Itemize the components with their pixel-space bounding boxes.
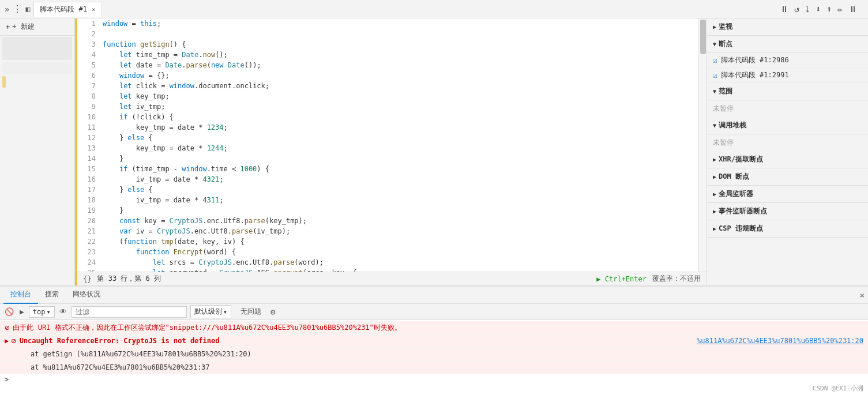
line-number-6: 6 [77,70,100,81]
clear-console-icon[interactable]: 🚫 [3,306,15,317]
code-line-11: 11 key_tmp = date * 1234; [77,122,698,133]
line-number-8: 8 [77,91,100,101]
breakpoint-checkbox-1[interactable]: ☑ [713,71,717,80]
section-3[interactable]: ▶ 事件监听器断点 [707,203,868,220]
expand-panels-icon[interactable]: » [5,5,9,14]
section-callstack[interactable]: ▼ 调用堆栈 [707,117,868,134]
line-number-22: 22 [77,236,100,247]
step-out-icon[interactable]: ⬆ [825,3,833,16]
deactivate-breakpoints-icon[interactable]: ⏸ [847,3,859,16]
pause-icon[interactable]: ⏸ [778,3,790,16]
collapse-icon[interactable]: ◧ [25,5,30,13]
tab-network[interactable]: 网络状况 [66,286,107,304]
more-options-icon[interactable]: ⋮ [13,3,22,14]
snippet-item-blurred-1[interactable] [2,37,72,60]
run-button[interactable]: ▶ Ctrl+Enter [596,275,647,283]
context-selector[interactable]: top ▾ [29,306,55,318]
watch-label: 监视 [719,22,732,32]
section-1[interactable]: ▶ DOM 断点 [707,168,868,186]
prompt-chevron: > [5,375,9,383]
line-number-5: 5 [77,60,100,70]
line-content-7: let click = window.document.onclick; [100,81,698,91]
section-breakpoints[interactable]: ▼ 断点 [707,36,868,53]
tab-console[interactable]: 控制台 [3,286,38,304]
watch-arrow-icon: ▶ [713,24,716,30]
line-number-10: 10 [77,112,100,122]
console-error-detail-1: at getSign (%u811A%u672C%u4EE3%u7801%u6B… [0,348,868,361]
console-error-1: ⊘ 由于此 URI 格式不正确，因此在工作区尝试绑定"snippet:///%u… [0,321,868,334]
format-icon[interactable]: {} [83,275,91,283]
section-scope[interactable]: ▼ 范围 [707,83,868,100]
log-level-selector[interactable]: 默认级别 ▾ [190,305,231,318]
line-number-18: 18 [77,195,100,205]
tab-snippet-1[interactable]: 脚本代码段 #1 × [33,2,102,17]
code-vscrollbar[interactable] [698,18,707,272]
breakpoint-item-1[interactable]: ☑ 脚本代码段 #1:2991 [707,68,868,83]
step-over-icon[interactable]: ⤵ [803,3,811,16]
section-0[interactable]: ▶ XHR/提取断点 [707,151,868,168]
section-watch[interactable]: ▶ 监视 [707,18,868,36]
code-line-6: 6 window = {}; [77,70,698,81]
breakpoints-active-icon[interactable]: ✏ [836,3,844,16]
section-arrow-icon-2: ▶ [713,191,716,197]
console-error-2: ▶ ⊘ Uncaught ReferenceError: CryptoJS is… [0,334,868,348]
section-arrow-icon-0: ▶ [713,156,716,163]
new-snippet-button[interactable]: + + 新建 [0,18,74,36]
tab-search[interactable]: 搜索 [38,286,66,304]
code-line-22: 22 (function tmp(date, key, iv) { [77,236,698,247]
bottom-panel: 控制台 搜索 网络状况 × 🚫 ▶ top ▾ 👁 默认级别 ▾ 无问题 ⚙ ⊘… [0,285,868,395]
console-output: ⊘ 由于此 URI 格式不正确，因此在工作区尝试绑定"snippet:///%u… [0,320,868,395]
error-text-2: Uncaught ReferenceError: CryptoJS is not… [20,336,220,346]
line-number-17: 17 [77,185,100,195]
breakpoint-item-0[interactable]: ☑ 脚本代码段 #1:2986 [707,53,868,68]
cursor-position: 第 33 行，第 6 列 [97,274,161,284]
callstack-arrow-icon: ▼ [713,122,716,129]
line-content-11: key_tmp = date * 1234; [100,122,698,133]
show-live-expression-icon[interactable]: 👁 [58,306,68,317]
console-filter-input[interactable] [72,306,187,318]
error-text-1: 由于此 URI 格式不正确，因此在工作区尝试绑定"snippet:///%u81… [13,322,401,333]
tab-close-icon[interactable]: × [92,6,96,13]
line-number-25: 25 [77,268,100,272]
console-prompt: > [0,374,868,385]
left-panel: + + 新建 [0,18,75,285]
vscroll-thumb[interactable] [700,20,706,54]
line-number-14: 14 [77,153,100,164]
code-line-2: 2 [77,29,698,39]
section-4[interactable]: ▶ CSP 违规断点 [707,220,868,238]
section-2[interactable]: ▶ 全局监听器 [707,186,868,203]
breakpoints-arrow-icon: ▼ [713,41,716,47]
code-line-16: 16 iv_tmp = date * 4321; [77,174,698,185]
line-content-25: let encrypted = CryptoJS.AES.encrypt(src… [100,268,698,272]
code-line-24: 24 let srcs = CryptoJS.enc.Utf8.parse(wo… [77,257,698,268]
breakpoint-checkbox-0[interactable]: ☑ [713,56,717,65]
step-into-icon[interactable]: ⬇ [814,3,822,16]
line-content-24: let srcs = CryptoJS.enc.Utf8.parse(word)… [100,257,698,268]
error-expand-icon[interactable]: ▶ [5,336,9,346]
section-label-3: 事件监听器断点 [719,206,767,216]
code-line-23: 23 function Encrypt(word) { [77,247,698,257]
snippet-item-blurred-2[interactable] [2,62,72,74]
line-number-24: 24 [77,257,100,268]
watermark: CSDN @EXI-小洲 [813,384,863,393]
resume-icon[interactable]: ↺ [792,3,801,16]
line-content-19: } [100,205,698,216]
line-number-3: 3 [77,39,100,50]
error-icon-2: ⊘ [11,336,16,346]
line-content-18: iv_tmp = date * 4311; [100,195,698,205]
scope-arrow-icon: ▼ [713,88,716,95]
code-lines[interactable]: 1window = this;23function getSign() {4 l… [77,18,698,272]
code-line-13: 13 key_tmp = date * 1244; [77,143,698,153]
line-content-16: iv_tmp = date * 4321; [100,174,698,185]
line-number-9: 9 [77,101,100,112]
console-settings-icon[interactable]: ⚙ [270,307,275,317]
console-input[interactable] [12,375,863,383]
run-script-icon[interactable]: ▶ [18,306,25,317]
close-bottom-panel-button[interactable]: × [860,291,865,300]
code-line-14: 14 } [77,153,698,164]
line-content-5: let date = Date.parse(new Date()); [100,60,698,70]
code-line-20: 20 const key = CryptoJS.enc.Utf8.parse(k… [77,216,698,226]
error-source-link-1[interactable]: %u811A%u672C%u4EE3%u7801%u6BB5%20%231:20 [697,336,863,346]
error-icon-1: ⊘ [5,322,9,333]
line-number-4: 4 [77,50,100,60]
